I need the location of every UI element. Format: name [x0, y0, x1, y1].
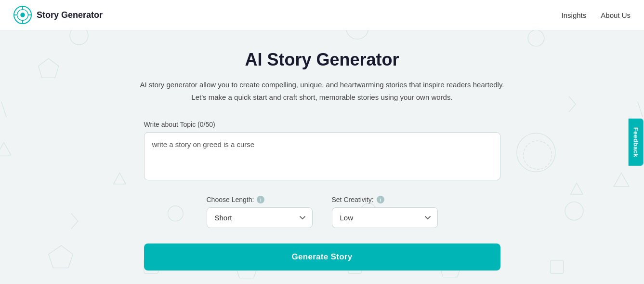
- nav-link-insights[interactable]: Insights: [562, 11, 587, 19]
- navbar: Story Generator Insights About Us: [0, 0, 644, 30]
- creativity-select[interactable]: Low Medium High: [332, 207, 438, 228]
- form-container: Write about Topic (0/50) write a story o…: [144, 121, 500, 270]
- logo-text: Story Generator: [37, 10, 103, 20]
- page-subtitle: AI story generator allow you to create c…: [134, 79, 510, 103]
- main-content: AI Story Generator AI story generator al…: [0, 30, 644, 284]
- creativity-info-icon: i: [377, 196, 384, 203]
- logo-icon: [13, 6, 32, 24]
- creativity-label: Set Creativity: i: [332, 196, 438, 203]
- logo[interactable]: Story Generator: [13, 6, 103, 24]
- length-info-icon: i: [257, 196, 264, 203]
- selects-row: Choose Length: i Short Medium Long Set C…: [144, 196, 500, 228]
- generate-story-button[interactable]: Generate Story: [144, 243, 500, 270]
- page-title: AI Story Generator: [245, 50, 399, 70]
- length-select[interactable]: Short Medium Long: [207, 207, 313, 228]
- creativity-select-group: Set Creativity: i Low Medium High: [332, 196, 438, 228]
- nav-link-about-us[interactable]: About Us: [601, 11, 631, 19]
- svg-point-28: [20, 13, 25, 17]
- topic-label: Write about Topic (0/50): [144, 121, 500, 128]
- length-select-group: Choose Length: i Short Medium Long: [207, 196, 313, 228]
- nav-links: Insights About Us: [562, 11, 631, 19]
- feedback-tab[interactable]: Feedback: [628, 118, 643, 165]
- length-label: Choose Length: i: [207, 196, 313, 203]
- topic-textarea[interactable]: write a story on greed is a curse: [144, 132, 500, 180]
